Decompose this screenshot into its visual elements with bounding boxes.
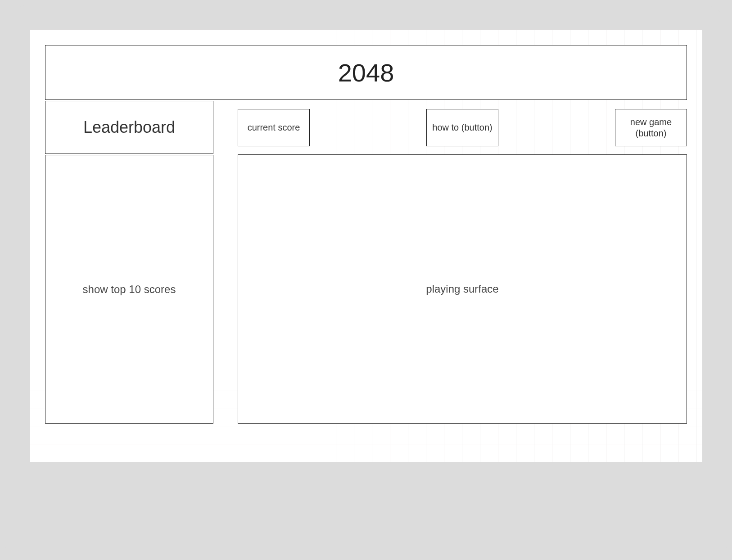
new-game-button[interactable]: new game (button) bbox=[615, 109, 687, 146]
control-row: current score how to (button) new game (… bbox=[238, 109, 687, 146]
sidebar: Leaderboard show top 10 scores bbox=[45, 101, 213, 424]
leaderboard-body: show top 10 scores bbox=[45, 155, 213, 424]
main-area: current score how to (button) new game (… bbox=[238, 101, 687, 424]
wireframe-frame: 2048 Leaderboard show top 10 scores curr… bbox=[5, 5, 727, 560]
how-to-button[interactable]: how to (button) bbox=[426, 109, 498, 146]
game-title: 2048 bbox=[45, 45, 687, 100]
playing-surface[interactable]: playing surface bbox=[238, 154, 687, 424]
leaderboard-header: Leaderboard bbox=[45, 101, 213, 154]
wireframe-canvas: 2048 Leaderboard show top 10 scores curr… bbox=[30, 30, 702, 462]
layout-columns: Leaderboard show top 10 scores current s… bbox=[45, 101, 687, 424]
current-score: current score bbox=[238, 109, 310, 146]
